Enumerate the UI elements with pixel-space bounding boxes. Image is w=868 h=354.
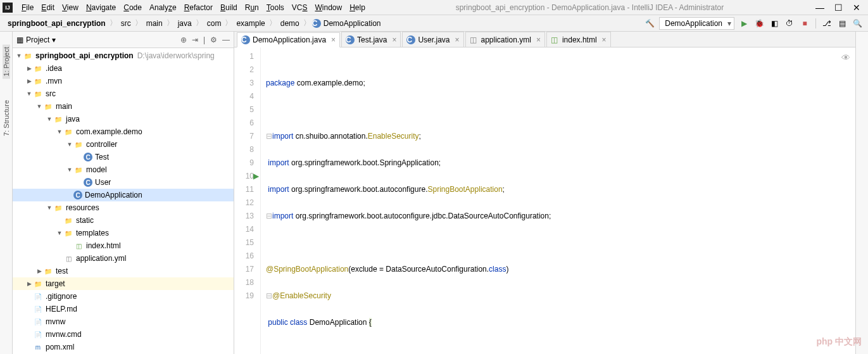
- stop-icon[interactable]: ■: [799, 18, 810, 29]
- tool-structure[interactable]: 7: Structure: [3, 98, 10, 139]
- menu-window[interactable]: Window: [311, 3, 346, 12]
- debug-icon[interactable]: 🐞: [753, 18, 765, 29]
- breadcrumb: springboot_api_encryption〉 src〉 main〉 ja…: [5, 18, 384, 28]
- run-configuration-select[interactable]: DemoApplication: [659, 17, 734, 30]
- code-content[interactable]: 👁 package com.example.demo; ⊟import cn.s…: [261, 47, 855, 354]
- menu-analyze[interactable]: Analyze: [146, 3, 180, 12]
- line-gutter: 12345678910▶111213141516171819: [234, 47, 261, 354]
- tab-application-yml[interactable]: ◫application.yml×: [465, 32, 545, 47]
- build-icon[interactable]: 🔨: [644, 18, 655, 29]
- close-icon[interactable]: ×: [602, 35, 607, 44]
- menu-code[interactable]: Code: [120, 3, 146, 12]
- project-tree[interactable]: ▼📁springboot_api_encryptionD:\java\iderw…: [13, 48, 234, 354]
- close-icon[interactable]: ×: [455, 35, 459, 44]
- editor-area: CDemoApplication.java× CTest.java× CUser…: [234, 32, 855, 354]
- editor-tabs: CDemoApplication.java× CTest.java× CUser…: [234, 32, 855, 47]
- navigation-bar: springboot_api_encryption〉 src〉 main〉 ja…: [0, 15, 868, 32]
- menu-refactor[interactable]: Refactor: [180, 3, 217, 12]
- hide-icon[interactable]: —: [222, 35, 230, 44]
- profile-icon[interactable]: ⏱: [784, 18, 795, 29]
- maximize-button[interactable]: ☐: [834, 3, 843, 13]
- menu-navigate[interactable]: Navigate: [82, 3, 120, 12]
- menu-build[interactable]: Build: [217, 3, 241, 12]
- tree-selected: CDemoApplication: [13, 189, 234, 201]
- scroll-from-source-icon[interactable]: ⊕: [180, 35, 187, 44]
- crumb-java[interactable]: java: [175, 19, 194, 28]
- inspection-icon[interactable]: 👁: [841, 51, 850, 65]
- code-editor[interactable]: 12345678910▶111213141516171819 👁 package…: [234, 47, 855, 354]
- tab-demoapplication[interactable]: CDemoApplication.java×: [237, 32, 340, 47]
- menu-edit[interactable]: Edit: [37, 3, 58, 12]
- coverage-icon[interactable]: ◧: [769, 18, 780, 29]
- run-gutter-icon[interactable]: ▶: [253, 170, 259, 183]
- menu-run[interactable]: Run: [241, 3, 263, 12]
- collapse-all-icon[interactable]: ⇥: [192, 35, 198, 44]
- menu-help[interactable]: Help: [346, 3, 369, 12]
- project-panel: ▦ Project ▾ ⊕ ⇥ | ⚙ — ▼📁springboot_api_e…: [13, 32, 234, 354]
- close-icon[interactable]: ×: [331, 35, 336, 44]
- structure-icon[interactable]: ▤: [836, 18, 848, 29]
- app-logo: IJ: [3, 3, 13, 13]
- search-icon[interactable]: 🔍: [852, 18, 863, 29]
- minimize-button[interactable]: —: [815, 3, 824, 13]
- close-icon[interactable]: ×: [536, 35, 541, 44]
- tab-index-html[interactable]: ◫index.html×: [546, 32, 611, 47]
- menu-view[interactable]: View: [58, 3, 82, 12]
- tool-project[interactable]: 1: Project: [3, 44, 10, 79]
- close-icon[interactable]: ×: [392, 35, 396, 44]
- tab-user[interactable]: CUser.java×: [402, 32, 463, 47]
- project-panel-title[interactable]: ▦ Project ▾: [16, 35, 56, 44]
- run-icon[interactable]: ▶: [738, 18, 750, 29]
- window-title: springboot_api_encryption - DemoApplicat…: [369, 3, 810, 12]
- crumb-example[interactable]: example: [234, 19, 267, 28]
- settings-icon[interactable]: ⚙: [210, 35, 217, 44]
- git-icon[interactable]: ⎇: [821, 18, 833, 29]
- menu-tools[interactable]: Tools: [263, 3, 288, 12]
- crumb-main[interactable]: main: [144, 19, 165, 28]
- watermark: php 中文网: [816, 336, 862, 348]
- tab-test[interactable]: CTest.java×: [341, 32, 401, 47]
- crumb-demo[interactable]: demo: [278, 19, 302, 28]
- menu-bar: IJ File Edit View Navigate Code Analyze …: [0, 0, 868, 15]
- crumb-file[interactable]: DemoApplication: [321, 19, 384, 28]
- class-icon: C: [312, 19, 321, 28]
- menu-vcs[interactable]: VCS: [288, 3, 311, 12]
- left-tool-stripe: 1: Project 7: Structure: [0, 32, 13, 354]
- right-tool-stripe: [855, 32, 868, 354]
- menu-file[interactable]: File: [18, 3, 37, 12]
- crumb-src[interactable]: src: [118, 19, 134, 28]
- close-button[interactable]: ✕: [853, 3, 860, 13]
- crumb-com[interactable]: com: [204, 19, 224, 28]
- crumb-root[interactable]: springboot_api_encryption: [5, 19, 108, 28]
